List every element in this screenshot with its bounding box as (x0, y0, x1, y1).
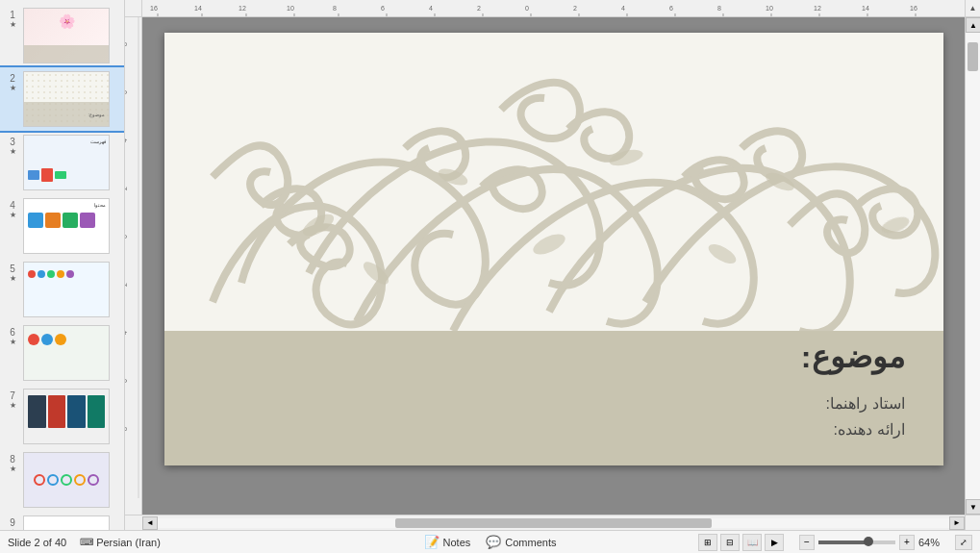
slide-star-icon: ★ (10, 465, 16, 473)
floral-svg (164, 33, 943, 331)
status-center: 📝 Notes 💬 Comments (424, 535, 557, 549)
h-scroll-track-inner (158, 518, 949, 528)
svg-text:16: 16 (150, 5, 158, 12)
slide-number: 2 (10, 73, 15, 84)
thumb-text: موضوع: (88, 112, 105, 117)
ruler-corner (125, 0, 142, 17)
language-label: Persian (Iran) (96, 537, 161, 548)
slide-item-active[interactable]: 2 ★ موضوع: (0, 67, 124, 131)
slide-number: 5 (10, 264, 15, 274)
slide-item[interactable]: 9 ★ 🌐 (0, 512, 124, 530)
slide-number: 9 (10, 517, 15, 528)
svg-text:2: 2 (125, 187, 128, 190)
thumb-blocks (28, 168, 66, 182)
scroll-corner: ▲ (965, 0, 980, 17)
slide-number: 7 (10, 390, 15, 401)
status-left: Slide 2 of 40 ⌨ Persian (Iran) (8, 537, 161, 548)
scroll-track[interactable] (966, 33, 980, 499)
slide-text-area: موضوع: استاد راهنما: ارائه دهنده: (164, 339, 943, 446)
h-scroll-track[interactable]: ◄ ► (142, 515, 965, 530)
slide-sorter-button[interactable]: ⊟ (720, 534, 740, 551)
slide-title: موضوع: (203, 339, 905, 375)
thumb-icons (28, 334, 107, 345)
editor-container: 16 14 12 10 8 6 4 2 (125, 0, 980, 530)
status-bar: Slide 2 of 40 ⌨ Persian (Iran) 📝 Notes 💬… (0, 530, 980, 553)
zoom-filled-bar (818, 540, 868, 544)
slide-item[interactable]: 4 ★ محتوا (0, 194, 124, 258)
slide-thumbnail (23, 325, 110, 381)
h-scroll-right-button[interactable]: ► (949, 516, 965, 530)
comments-icon: 💬 (486, 535, 501, 549)
slide-item[interactable]: 3 ★ فهرست (0, 131, 124, 194)
slide-star-icon: ★ (10, 401, 16, 410)
zoom-thumb[interactable] (864, 537, 873, 546)
h-scroll-thumb[interactable] (395, 518, 712, 528)
flower-decoration: 🌸 (59, 13, 75, 29)
svg-text:8: 8 (125, 427, 128, 431)
slide-count: Slide 2 of 40 (8, 537, 66, 548)
svg-text:4: 4 (125, 331, 128, 335)
slide-number: 8 (10, 454, 15, 465)
normal-view-button[interactable]: ⊞ (698, 534, 717, 551)
thumb-label: محتوا (94, 202, 106, 208)
slide-subtitle-2: ارائه دهنده: (203, 420, 905, 439)
zoom-slider[interactable] (818, 540, 895, 544)
scroll-down-button[interactable]: ▼ (966, 499, 980, 515)
status-right: ⊞ ⊟ 📖 ▶ − + 64% ⤢ (698, 534, 972, 551)
slide-star-icon: ★ (10, 20, 16, 29)
thumb-dark-blocks (28, 395, 105, 428)
slide-item[interactable]: 7 ★ (0, 385, 124, 448)
slideshow-button[interactable]: ▶ (765, 534, 784, 551)
svg-text:8: 8 (717, 5, 721, 12)
slide-number: 1 (10, 10, 15, 20)
svg-text:6: 6 (125, 90, 128, 94)
svg-text:16: 16 (910, 5, 917, 12)
slide-thumbnail: 🌐 (23, 515, 110, 530)
zoom-in-button[interactable]: + (899, 535, 915, 550)
slide-number: 3 (10, 137, 15, 147)
svg-text:6: 6 (125, 379, 128, 383)
language-area: ⌨ Persian (Iran) (80, 537, 161, 548)
canvas-container[interactable]: موضوع: استاد راهنما: ارائه دهنده: (142, 17, 965, 515)
slide-thumbnail: محتوا (23, 198, 110, 254)
scroll-thumb[interactable] (967, 42, 978, 71)
svg-text:2: 2 (573, 5, 577, 12)
slide-item[interactable]: 5 ★ (0, 258, 124, 321)
vertical-scrollbar[interactable]: ▲ ▼ (965, 17, 980, 515)
thumb-band: موضوع: (24, 102, 109, 126)
canvas-row: 8 6 4 2 0 2 4 6 8 (125, 17, 980, 515)
svg-text:14: 14 (862, 5, 869, 12)
svg-text:8: 8 (333, 5, 337, 12)
svg-text:8: 8 (125, 42, 128, 46)
reading-view-button[interactable]: 📖 (742, 534, 762, 551)
slide-item[interactable]: 8 ★ (0, 448, 124, 512)
ruler-horizontal: 16 14 12 10 8 6 4 2 (142, 0, 965, 17)
notes-label: Notes (443, 537, 471, 548)
zoom-out-button[interactable]: − (799, 535, 815, 550)
slide-subtitle-1: استاد راهنما: (203, 394, 905, 413)
slide-thumbnail (23, 389, 110, 444)
view-buttons: ⊞ ⊟ 📖 ▶ (698, 534, 784, 551)
comments-button[interactable]: 💬 Comments (486, 535, 556, 549)
zoom-controls: − + 64% (799, 535, 947, 550)
notes-button[interactable]: 📝 Notes (424, 535, 471, 549)
ruler-row: 16 14 12 10 8 6 4 2 (125, 0, 980, 17)
h-scroll-left-button[interactable]: ◄ (142, 516, 158, 530)
svg-text:4: 4 (621, 5, 625, 12)
slide-thumbnail (23, 452, 110, 508)
comments-label: Comments (505, 537, 556, 548)
scroll-up-button[interactable]: ▲ (966, 17, 980, 33)
h-scrollbar-row: ◄ ► (125, 515, 980, 530)
fit-slide-button[interactable]: ⤢ (955, 535, 972, 550)
svg-text:6: 6 (669, 5, 673, 12)
slide-item[interactable]: 6 ★ (0, 321, 124, 385)
slide-thumbnail: 🌸 (23, 8, 110, 63)
main-area: 1 ★ 🌸 2 ★ موضوع: 3 (0, 0, 980, 530)
thumb-title-box (24, 45, 109, 63)
ruler-h-svg: 16 14 12 10 8 6 4 2 (142, 0, 965, 17)
thumb-circles (28, 270, 74, 278)
svg-text:10: 10 (287, 5, 294, 12)
h-scroll-corner-right (965, 515, 980, 530)
slide-item[interactable]: 1 ★ 🌸 (0, 4, 124, 67)
notes-icon: 📝 (424, 535, 440, 549)
